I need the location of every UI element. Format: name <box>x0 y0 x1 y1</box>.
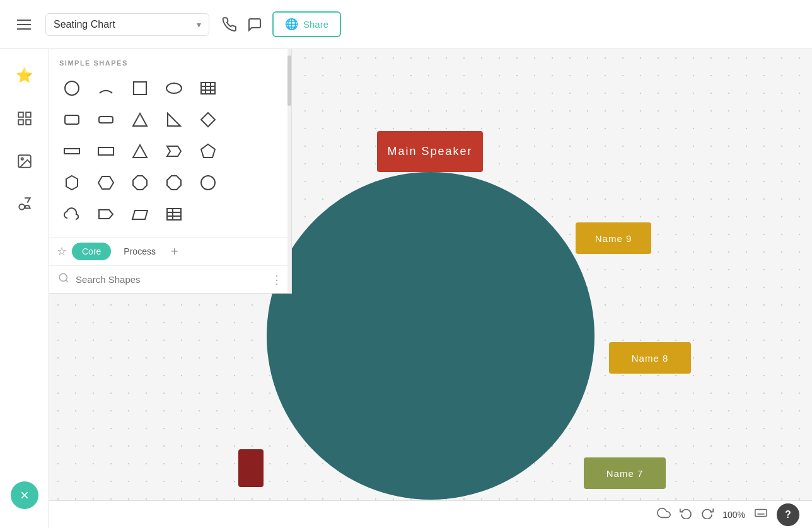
shape-arrow-pentagon[interactable] <box>93 202 119 227</box>
shape-triangle[interactable] <box>127 107 153 132</box>
grid-sidebar-button[interactable] <box>11 105 38 132</box>
shape-triangle-outline[interactable] <box>127 139 153 164</box>
svg-rect-3 <box>26 120 31 125</box>
keyboard-button[interactable] <box>754 506 768 523</box>
svg-rect-1 <box>26 112 31 117</box>
search-icon <box>58 272 69 287</box>
shape-grid-table[interactable] <box>161 202 187 227</box>
scroll-track[interactable] <box>287 49 291 293</box>
main-speaker-label: Main Speaker <box>387 145 472 158</box>
shape-circle-outline[interactable] <box>195 170 221 195</box>
add-tab-button[interactable]: + <box>171 244 178 259</box>
help-button[interactable]: ? <box>777 503 799 526</box>
shape-rounded-rect-small[interactable] <box>93 107 119 132</box>
chevron-down-icon: ▾ <box>197 20 201 30</box>
left-sidebar: ⭐ × <box>0 49 49 528</box>
shape-table[interactable] <box>195 76 221 101</box>
left-red-shape[interactable] <box>238 449 264 487</box>
doc-title-dropdown[interactable]: Seating Chart ▾ <box>45 13 209 36</box>
undo-button[interactable] <box>680 507 692 522</box>
shape-octagon1[interactable] <box>127 170 153 195</box>
cloud-save-button[interactable] <box>657 506 671 523</box>
svg-point-9 <box>166 83 182 93</box>
svg-rect-2 <box>18 120 23 125</box>
svg-rect-20 <box>64 149 79 154</box>
phone-button[interactable] <box>222 17 237 32</box>
close-fab-button[interactable]: × <box>11 481 38 509</box>
grid-icon <box>16 110 33 127</box>
shape-parallelogram[interactable] <box>127 202 153 227</box>
shape-hexagon1[interactable] <box>59 170 84 195</box>
favorites-sidebar-button[interactable]: ⭐ <box>11 62 38 89</box>
name9-shape[interactable]: Name 9 <box>576 222 651 254</box>
shape-octagon2[interactable] <box>161 170 187 195</box>
svg-marker-31 <box>132 210 148 219</box>
shape-pentagon[interactable] <box>195 139 221 164</box>
svg-marker-18 <box>168 113 180 126</box>
shape-square[interactable] <box>127 76 153 101</box>
zoom-level-text: 100% <box>722 510 745 520</box>
shapes-sidebar-button[interactable] <box>11 190 38 218</box>
shape-ellipse[interactable] <box>161 76 187 101</box>
more-icon: ⋮ <box>271 273 282 286</box>
main-speaker-shape[interactable]: Main Speaker <box>377 131 483 172</box>
svg-rect-32 <box>167 209 181 220</box>
shape-panel: SIMPLE SHAPES <box>49 49 292 294</box>
svg-marker-26 <box>98 176 113 189</box>
search-area: ⋮ <box>49 265 291 293</box>
header: Seating Chart ▾ 🌐 Share <box>0 0 812 49</box>
svg-marker-25 <box>66 176 78 190</box>
search-shapes-input[interactable] <box>76 274 265 285</box>
svg-point-29 <box>201 176 215 190</box>
panel-tabs: ☆ Core Process + <box>49 237 291 265</box>
shape-right-triangle[interactable] <box>161 107 187 132</box>
shapes-section: SIMPLE SHAPES <box>49 49 291 237</box>
name7-shape[interactable]: Name 7 <box>584 457 666 489</box>
svg-marker-28 <box>167 176 181 190</box>
menu-line1 <box>17 20 31 21</box>
shape-arc[interactable] <box>93 76 119 101</box>
shape-thin-rect[interactable] <box>59 139 84 164</box>
plus-icon: + <box>171 244 178 258</box>
shapes-icon <box>16 196 33 212</box>
name7-label: Name 7 <box>606 468 644 479</box>
globe-icon: 🌐 <box>285 18 298 31</box>
menu-button[interactable] <box>10 11 38 38</box>
svg-rect-10 <box>201 83 215 94</box>
menu-line3 <box>17 28 31 30</box>
core-tab-label: Core <box>82 246 101 256</box>
bottom-toolbar: 100% ? <box>49 500 812 528</box>
core-tab-button[interactable]: Core <box>72 243 111 260</box>
shape-wide-rect[interactable] <box>93 139 119 164</box>
share-button[interactable]: 🌐 Share <box>272 11 341 37</box>
shape-circle[interactable] <box>59 76 84 101</box>
scroll-thumb <box>287 55 291 106</box>
help-icon: ? <box>785 509 791 520</box>
svg-point-5 <box>21 158 23 160</box>
favorites-tab-button[interactable]: ☆ <box>57 244 67 258</box>
shape-diamond[interactable] <box>195 107 221 132</box>
svg-rect-15 <box>65 115 79 124</box>
shape-cloud[interactable] <box>59 202 84 227</box>
keyboard-icon <box>754 506 768 520</box>
center-circle-shape[interactable] <box>267 172 594 500</box>
redo-button[interactable] <box>701 507 714 522</box>
image-sidebar-button[interactable] <box>11 147 38 175</box>
shape-rounded-rect[interactable] <box>59 107 84 132</box>
chat-icon <box>247 17 262 32</box>
svg-rect-21 <box>98 147 113 155</box>
name8-shape[interactable]: Name 8 <box>609 342 691 374</box>
shape-hexagon2[interactable] <box>93 170 119 195</box>
process-tab-button[interactable]: Process <box>113 243 166 260</box>
chat-button[interactable] <box>247 17 262 32</box>
name9-label: Name 9 <box>595 233 632 244</box>
shape-chevron[interactable] <box>161 139 187 164</box>
svg-marker-17 <box>133 113 147 126</box>
menu-line2 <box>17 24 31 25</box>
header-icons: 🌐 Share <box>222 11 341 37</box>
svg-marker-22 <box>133 145 147 158</box>
doc-title-text: Seating Chart <box>54 19 190 30</box>
svg-rect-8 <box>134 82 146 95</box>
svg-rect-0 <box>18 112 23 117</box>
search-more-button[interactable]: ⋮ <box>271 273 282 287</box>
